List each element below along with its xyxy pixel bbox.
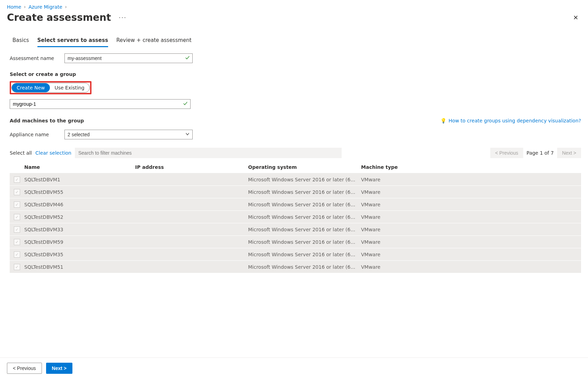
chevron-right-icon: › <box>24 5 26 9</box>
help-link-dependency-visualization[interactable]: 💡 How to create groups using dependency … <box>440 118 581 123</box>
cell-type: VMware <box>361 252 472 257</box>
table-row[interactable]: ✓SQLTestDBVM35Microsoft Windows Server 2… <box>10 248 581 261</box>
cell-type: VMware <box>361 177 472 182</box>
pager-next-button[interactable]: Next > <box>557 148 581 158</box>
chevron-right-icon: › <box>65 5 67 9</box>
row-checkbox[interactable]: ✓ <box>14 176 20 183</box>
machines-table: Name IP address Operating system Machine… <box>10 161 581 273</box>
row-checkbox[interactable]: ✓ <box>14 214 20 220</box>
tab-review-create[interactable]: Review + create assessment <box>116 37 192 47</box>
tabs: Basics Select servers to assess Review +… <box>10 37 581 47</box>
cell-os: Microsoft Windows Server 2016 or later (… <box>248 202 361 207</box>
breadcrumb-service[interactable]: Azure Migrate <box>28 4 62 10</box>
row-checkbox[interactable]: ✓ <box>14 189 20 195</box>
create-new-pill[interactable]: Create New <box>12 83 50 92</box>
table-row[interactable]: ✓SQLTestDBVM52Microsoft Windows Server 2… <box>10 211 581 223</box>
table-row[interactable]: ✓SQLTestDBVM33Microsoft Windows Server 2… <box>10 223 581 236</box>
group-name-input[interactable] <box>10 99 191 109</box>
cell-type: VMware <box>361 202 472 207</box>
table-row[interactable]: ✓SQLTestDBVM51Microsoft Windows Server 2… <box>10 261 581 273</box>
breadcrumb-home[interactable]: Home <box>7 4 21 10</box>
group-mode-toggle: Create New Use Existing <box>11 83 90 93</box>
cell-name: SQLTestDBVM59 <box>24 239 135 245</box>
cell-name: SQLTestDBVM33 <box>24 227 135 232</box>
row-checkbox[interactable]: ✓ <box>14 201 20 208</box>
more-icon[interactable]: ··· <box>116 14 129 21</box>
cell-name: SQLTestDBVM1 <box>24 177 135 182</box>
pager-prev-button[interactable]: < Previous <box>490 148 523 158</box>
use-existing-pill[interactable]: Use Existing <box>50 83 89 92</box>
tab-select-servers[interactable]: Select servers to assess <box>37 37 108 47</box>
select-create-group-heading: Select or create a group <box>10 71 581 77</box>
cell-name: SQLTestDBVM51 <box>24 264 135 270</box>
table-row[interactable]: ✓SQLTestDBVM1Microsoft Windows Server 20… <box>10 173 581 186</box>
chevron-down-icon <box>185 132 190 138</box>
row-checkbox[interactable]: ✓ <box>14 239 20 245</box>
col-name[interactable]: Name <box>24 164 135 170</box>
tab-basics[interactable]: Basics <box>12 37 29 47</box>
table-row[interactable]: ✓SQLTestDBVM55Microsoft Windows Server 2… <box>10 186 581 198</box>
cell-name: SQLTestDBVM35 <box>24 252 135 257</box>
row-checkbox[interactable]: ✓ <box>14 251 20 258</box>
check-icon <box>183 101 188 107</box>
breadcrumb: Home › Azure Migrate › <box>7 4 581 10</box>
appliance-name-label: Appliance name <box>10 132 64 137</box>
cell-name: SQLTestDBVM55 <box>24 189 135 195</box>
table-row[interactable]: ✓SQLTestDBVM59Microsoft Windows Server 2… <box>10 236 581 248</box>
col-os[interactable]: Operating system <box>248 164 361 170</box>
cell-name: SQLTestDBVM52 <box>24 214 135 220</box>
row-checkbox[interactable]: ✓ <box>14 226 20 233</box>
cell-type: VMware <box>361 227 472 232</box>
cell-os: Microsoft Windows Server 2016 or later (… <box>248 177 361 182</box>
col-ip[interactable]: IP address <box>135 164 248 170</box>
add-machines-heading: Add machines to the group <box>10 118 84 123</box>
cell-name: SQLTestDBVM46 <box>24 202 135 207</box>
clear-selection-link[interactable]: Clear selection <box>35 150 71 156</box>
col-type[interactable]: Machine type <box>361 164 472 170</box>
cell-os: Microsoft Windows Server 2016 or later (… <box>248 264 361 270</box>
row-checkbox[interactable]: ✓ <box>14 264 20 270</box>
search-machines-input[interactable] <box>75 148 342 158</box>
pager-text: Page 1 of 7 <box>527 150 554 156</box>
cell-os: Microsoft Windows Server 2016 or later (… <box>248 189 361 195</box>
help-link-text: How to create groups using dependency vi… <box>448 118 581 123</box>
page-title: Create assessment <box>7 12 111 23</box>
cell-type: VMware <box>361 239 472 245</box>
appliance-name-select[interactable] <box>64 130 193 139</box>
cell-type: VMware <box>361 264 472 270</box>
cell-os: Microsoft Windows Server 2016 or later (… <box>248 214 361 220</box>
assessment-name-label: Assessment name <box>10 55 64 61</box>
table-row[interactable]: ✓SQLTestDBVM46Microsoft Windows Server 2… <box>10 198 581 211</box>
check-icon <box>185 55 190 61</box>
cell-os: Microsoft Windows Server 2016 or later (… <box>248 227 361 232</box>
cell-os: Microsoft Windows Server 2016 or later (… <box>248 239 361 245</box>
highlight-annotation: Create New Use Existing <box>10 81 91 94</box>
cell-type: VMware <box>361 214 472 220</box>
lightbulb-icon: 💡 <box>440 118 446 123</box>
select-all-link[interactable]: Select all <box>10 150 32 156</box>
close-icon[interactable]: ✕ <box>570 13 581 22</box>
cell-os: Microsoft Windows Server 2016 or later (… <box>248 252 361 257</box>
cell-type: VMware <box>361 189 472 195</box>
assessment-name-input[interactable] <box>64 53 193 63</box>
